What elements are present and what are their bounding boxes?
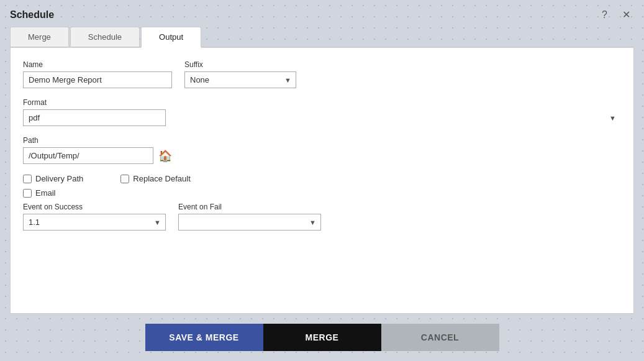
email-row: Email (23, 188, 621, 198)
replace-default-label: Replace Default (133, 174, 191, 183)
help-button[interactable]: ? (598, 8, 611, 22)
event-success-field: Event on Success 1.1 1.2 2.1 ▼ (23, 203, 166, 231)
name-label: Name (23, 60, 172, 69)
format-select[interactable]: pdf docx xlsx html (23, 109, 166, 126)
event-fail-select-wrapper: 1.1 1.2 ▼ (178, 214, 321, 231)
dialog-header: Schedule ? ✕ (0, 0, 644, 27)
event-fail-field: Event on Fail 1.1 1.2 ▼ (178, 203, 321, 231)
event-fail-select[interactable]: 1.1 1.2 (178, 214, 321, 231)
output-tab-content: Name Suffix None Date Time DateTime (10, 48, 634, 314)
replace-default-checkbox-item[interactable]: Replace Default (120, 174, 191, 183)
merge-button[interactable]: MERGE (263, 324, 381, 351)
email-checkbox-item[interactable]: Email (23, 188, 621, 198)
dialog-body: Merge Schedule Output Name Suffi (0, 27, 644, 314)
suffix-select[interactable]: None Date Time DateTime (184, 71, 296, 88)
name-input[interactable] (23, 71, 172, 88)
cancel-button[interactable]: CANCEL (381, 324, 499, 351)
event-success-label: Event on Success (23, 203, 166, 211)
path-field: Path (23, 136, 153, 164)
name-field: Name (23, 60, 172, 88)
save-merge-button[interactable]: SAVE & MERGE (145, 324, 263, 351)
path-input[interactable] (23, 147, 153, 164)
delivery-path-checkbox[interactable] (23, 175, 32, 183)
tab-output[interactable]: Output (141, 27, 201, 48)
dialog-title: Schedule (10, 9, 54, 21)
header-icons: ? ✕ (598, 7, 634, 22)
checkboxes-row: Delivery Path Replace Default (23, 174, 621, 183)
suffix-field: Suffix None Date Time DateTime ▼ (184, 60, 296, 88)
delivery-path-label: Delivery Path (35, 174, 83, 183)
format-dropdown-arrow: ▼ (609, 114, 616, 122)
format-label: Format (23, 98, 621, 107)
tab-merge[interactable]: Merge (10, 27, 69, 47)
home-icon[interactable]: 🏠 (158, 149, 172, 163)
event-fail-label: Event on Fail (178, 203, 321, 211)
delivery-path-checkbox-item[interactable]: Delivery Path (23, 174, 83, 183)
tabs-container: Merge Schedule Output (10, 27, 634, 48)
replace-default-checkbox[interactable] (120, 175, 129, 183)
tab-schedule[interactable]: Schedule (70, 27, 140, 47)
path-row: Path 🏠 (23, 136, 621, 164)
close-button[interactable]: ✕ (619, 7, 634, 22)
dialog-footer: SAVE & MERGE MERGE CANCEL (0, 314, 644, 361)
email-label: Email (35, 188, 56, 198)
schedule-dialog: Schedule ? ✕ Merge Schedule Output (0, 0, 644, 361)
format-select-wrapper: pdf docx xlsx html ▼ (23, 109, 621, 126)
event-success-select-wrapper: 1.1 1.2 2.1 ▼ (23, 214, 166, 231)
suffix-label: Suffix (184, 60, 296, 69)
email-checkbox[interactable] (23, 189, 32, 198)
dialog-wrapper: Schedule ? ✕ Merge Schedule Output (0, 0, 644, 361)
path-label: Path (23, 136, 153, 145)
name-suffix-row: Name Suffix None Date Time DateTime (23, 60, 621, 88)
event-success-select[interactable]: 1.1 1.2 2.1 (23, 214, 166, 231)
suffix-select-wrapper: None Date Time DateTime ▼ (184, 71, 296, 88)
events-row: Event on Success 1.1 1.2 2.1 ▼ Event on … (23, 203, 621, 231)
format-field: Format pdf docx xlsx html ▼ (23, 98, 621, 126)
